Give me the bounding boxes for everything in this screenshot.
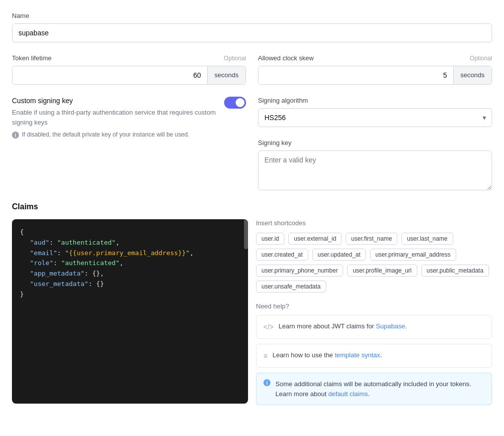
help-card-info: i Some additional claims will be automat… [256,373,492,405]
token-lifetime-group: Token lifetime Optional seconds [12,54,246,85]
signing-algorithm-group: Signing algorithm HS256 RS256 ES256 ▾ [258,97,492,127]
shortcodes-panel: Insert shortcodes user.id user.external_… [256,219,492,410]
shortcode-user-primary-email[interactable]: user.primary_email_address [370,249,456,261]
info-circle-icon: i [263,379,270,386]
custom-signing-desc: Enable if using a third-party authentica… [12,108,216,127]
name-label: Name [12,12,492,19]
help-card-jwt-text: Learn more about JWT claims for Supabase… [278,321,407,331]
need-help-title: Need help? [256,302,492,310]
shortcode-user-primary-phone[interactable]: user.primary_phone_number [256,265,343,277]
shortcode-user-external-id[interactable]: user.external_id [288,233,342,245]
custom-signing-toggle[interactable] [224,97,246,109]
shortcode-user-updated-at[interactable]: user.updated_at [312,249,366,261]
code-icon: </> [263,322,273,332]
signing-algo-key-section: Signing algorithm HS256 RS256 ES256 ▾ Si… [258,97,492,190]
token-lifetime-input-group: seconds [12,66,246,85]
code-content: { "aud": "authenticated", "email": "{{us… [20,227,240,300]
shortcode-user-last-name[interactable]: user.last_name [401,233,453,245]
custom-signing-key-section: Custom signing key Enable if using a thi… [12,97,246,190]
name-section: Name [12,12,492,42]
token-lifetime-label: Token lifetime [12,54,51,62]
clock-skew-header: Allowed clock skew Optional [258,54,492,62]
shortcodes-title: Insert shortcodes [256,219,492,227]
help-card-template-text: Learn how to use the template syntax. [272,350,382,360]
template-syntax-link[interactable]: template syntax [335,351,380,359]
default-claims-link[interactable]: default claims [328,390,368,398]
custom-signing-info-text: If disabled, the default private key of … [22,131,189,138]
token-lifetime-suffix: seconds [207,66,246,84]
clock-skew-optional: Optional [470,55,492,62]
shortcode-user-public-metadata[interactable]: user.public_metadata [421,265,489,277]
toggle-track [224,97,246,109]
name-input[interactable] [12,23,492,42]
claims-layout: { "aud": "authenticated", "email": "{{us… [12,219,492,410]
scrollbar[interactable] [244,219,248,249]
custom-signing-info: i If disabled, the default private key o… [12,131,216,139]
custom-signing-left: Custom signing key Enable if using a thi… [12,97,216,139]
info-icon: i [12,132,19,139]
shortcode-user-first-name[interactable]: user.first_name [346,233,397,245]
shortcode-user-unsafe-metadata[interactable]: user.unsafe_metadata [256,281,326,292]
signing-algorithm-select-wrapper: HS256 RS256 ES256 ▾ [258,108,492,127]
lifetime-skew-row: Token lifetime Optional seconds Allowed … [12,54,492,85]
signing-algorithm-label: Signing algorithm [258,97,492,104]
help-card-jwt: </> Learn more about JWT claims for Supa… [256,315,492,339]
signing-row: Custom signing key Enable if using a thi… [12,97,492,190]
clock-skew-group: Allowed clock skew Optional seconds [258,54,492,85]
signing-key-textarea[interactable] [258,150,492,190]
clock-skew-input[interactable] [258,66,453,84]
token-lifetime-optional: Optional [224,55,246,62]
custom-signing-title: Custom signing key [12,97,216,105]
shortcode-user-profile-image[interactable]: user.profile_image_url [347,265,417,277]
help-card-template: ≡ Learn how to use the template syntax. [256,344,492,368]
toggle-thumb [236,98,245,107]
shortcodes-grid: user.id user.external_id user.first_name… [256,233,492,292]
token-lifetime-input[interactable] [12,66,207,84]
help-card-info-text: Some additional claims will be automatic… [275,379,485,399]
signing-key-label: Signing key [258,139,492,146]
shortcode-user-id[interactable]: user.id [256,233,284,245]
supabase-link[interactable]: Supabase [376,322,405,330]
clock-skew-label: Allowed clock skew [258,54,314,62]
signing-key-group: Signing key [258,139,492,190]
token-lifetime-header: Token lifetime Optional [12,54,246,62]
claims-title: Claims [12,202,492,211]
clock-skew-suffix: seconds [453,66,492,84]
claims-code-editor[interactable]: { "aud": "authenticated", "email": "{{us… [12,219,248,404]
claims-section: Claims { "aud": "authenticated", "email"… [12,202,492,410]
signing-algorithm-select[interactable]: HS256 RS256 ES256 [258,108,492,127]
template-icon: ≡ [263,351,267,361]
clock-skew-input-group: seconds [258,66,492,85]
shortcode-user-created-at[interactable]: user.created_at [256,249,308,261]
